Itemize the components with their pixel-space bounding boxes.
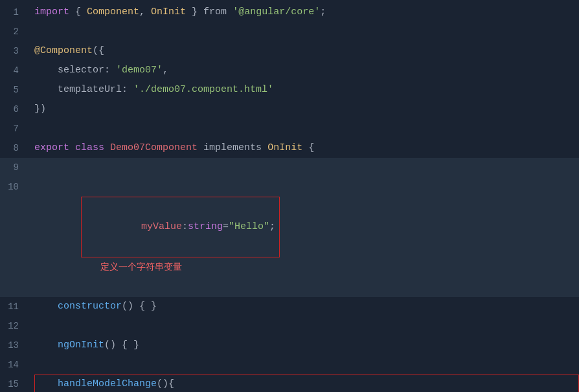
code-line-3: 3 @Component({ — [0, 41, 579, 61]
red-box-section: 15 handleModelChange(){ 16 console.log(t… — [0, 375, 579, 392]
line-number-1: 1 — [0, 3, 29, 22]
code-line-5: 5 templateUrl: './demo07.compoent.html' — [0, 80, 579, 100]
code-line-1: 1 import { Component, OnInit } from '@an… — [0, 3, 579, 22]
code-line-11: 11 constructor() { } — [0, 297, 579, 316]
code-line-15: 15 handleModelChange(){ — [0, 375, 579, 392]
line-content-4: selector: 'demo07', — [29, 61, 579, 80]
line-content-11: constructor() { } — [29, 297, 579, 316]
line-number-7: 7 — [0, 119, 29, 138]
line-content-2 — [29, 22, 579, 41]
line-number-4: 4 — [0, 61, 29, 80]
code-area: 1 import { Component, OnInit } from '@an… — [0, 0, 579, 392]
code-line-6: 6 }) — [0, 100, 579, 119]
code-line-10: 10 myValue:string="Hello"; 定义一个字符串变量 — [0, 177, 579, 297]
line-content-12 — [29, 316, 579, 336]
line-content-9 — [29, 158, 579, 177]
code-line-13: 13 ngOnInit() { } — [0, 336, 579, 355]
line-content-3: @Component({ — [29, 41, 579, 61]
code-line-8: 8 export class Demo07Component implement… — [0, 138, 579, 158]
line-number-6: 6 — [0, 100, 29, 119]
line-content-13: ngOnInit() { } — [29, 336, 579, 355]
line-number-3: 3 — [0, 41, 29, 61]
line-number-12: 12 — [0, 316, 29, 336]
line-content-7 — [29, 119, 579, 138]
line-number-10: 10 — [0, 177, 29, 197]
line-number-11: 11 — [0, 297, 29, 316]
line-number-14: 14 — [0, 355, 29, 375]
line-content-1: import { Component, OnInit } from '@angu… — [29, 3, 579, 22]
line-number-13: 13 — [0, 336, 29, 355]
line-content-14 — [29, 355, 579, 375]
code-line-12: 12 — [0, 316, 579, 336]
code-line-4: 4 selector: 'demo07', — [0, 61, 579, 80]
line-number-9: 9 — [0, 158, 29, 177]
line-content-8: export class Demo07Component implements … — [29, 138, 579, 158]
code-line-14: 14 — [0, 355, 579, 375]
line-content-6: }) — [29, 100, 579, 119]
code-editor: 1 import { Component, OnInit } from '@an… — [0, 0, 579, 392]
line-number-5: 5 — [0, 80, 29, 100]
line-content-10: myValue:string="Hello"; 定义一个字符串变量 — [29, 177, 579, 297]
line-content-5: templateUrl: './demo07.compoent.html' — [29, 80, 579, 100]
line-content-15: handleModelChange(){ — [29, 375, 579, 392]
line-number-8: 8 — [0, 138, 29, 158]
code-line-9: 9 — [0, 158, 579, 177]
comment-line10: 定义一个字符串变量 — [100, 262, 182, 272]
line-number-15: 15 — [0, 375, 29, 392]
line-number-2: 2 — [0, 22, 29, 41]
code-line-7: 7 — [0, 119, 579, 138]
code-line-2: 2 — [0, 22, 579, 41]
